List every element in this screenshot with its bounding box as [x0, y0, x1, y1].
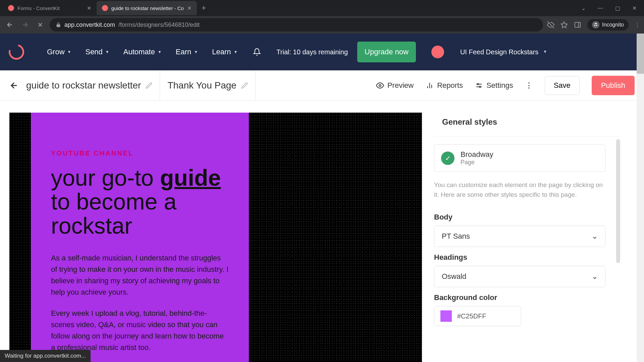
- canvas-content: YOUTUBE CHANNEL your go-to guide to beco…: [31, 113, 249, 362]
- panel-scrollbar[interactable]: [616, 139, 620, 263]
- headline-text[interactable]: your go-to guide to become a rockstar: [51, 166, 229, 238]
- chevron-down-icon: ▼: [194, 50, 198, 54]
- maximize-button[interactable]: ▢: [610, 2, 625, 14]
- address-bar: app.convertkit.com/forms/designers/56468…: [0, 16, 644, 34]
- page-name: Thank You Page: [167, 80, 248, 91]
- template-card[interactable]: ✓ Broadway Page: [434, 144, 605, 172]
- panel-title: General styles: [434, 113, 620, 136]
- kebab-menu-icon[interactable]: ⋮: [635, 22, 640, 28]
- chevron-down-icon: ▼: [105, 50, 109, 54]
- upgrade-button[interactable]: Upgrade now: [357, 42, 416, 62]
- bgcolor-input[interactable]: #C25DFF: [434, 306, 521, 326]
- more-menu-icon[interactable]: ⋮: [525, 81, 533, 90]
- chevron-down-icon: ⌄: [592, 272, 598, 281]
- favicon-icon: [102, 5, 108, 11]
- nav-automate[interactable]: Automate▼: [123, 48, 162, 56]
- chevron-down-icon: ⌄: [592, 232, 598, 241]
- toolbar-right: Incognito ⋮: [547, 19, 640, 31]
- edit-icon[interactable]: [241, 82, 248, 89]
- tab-forms[interactable]: Forms - ConvertKit ✕: [3, 1, 97, 15]
- close-window-button[interactable]: ✕: [628, 2, 641, 14]
- page-scrollbar[interactable]: [637, 34, 644, 362]
- svg-point-2: [594, 25, 595, 26]
- chart-icon: [426, 81, 434, 89]
- template-subtitle: Page: [461, 159, 493, 166]
- browser-chrome: Forms - ConvertKit ✕ guide to rockstar n…: [0, 0, 644, 34]
- tab-title: guide to rockstar newsletter - Co: [111, 5, 184, 11]
- headings-font-select[interactable]: Oswald ⌄: [434, 266, 605, 287]
- toolbar-actions: Preview Reports Settings ⋮ Save Publish: [376, 76, 635, 95]
- tab-bar: Forms - ConvertKit ✕ guide to rockstar n…: [0, 0, 644, 16]
- nav-earn[interactable]: Earn▼: [176, 48, 198, 56]
- svg-point-10: [477, 83, 479, 85]
- styles-sidebar: General styles ✓ Broadway Page You can c…: [434, 113, 620, 362]
- tab-title: Forms - ConvertKit: [17, 5, 84, 11]
- help-text: You can customize each element on the pa…: [434, 178, 614, 207]
- canvas-texture-left: [9, 113, 31, 362]
- favicon-icon: [8, 5, 14, 11]
- convertkit-logo[interactable]: [6, 42, 27, 63]
- design-canvas[interactable]: YOUTUBE CHANNEL your go-to guide to beco…: [9, 113, 422, 362]
- back-arrow-button[interactable]: [9, 81, 19, 90]
- trial-status: Trial: 10 days remaining: [276, 48, 348, 56]
- workspace: YOUTUBE CHANNEL your go-to guide to beco…: [0, 101, 644, 362]
- settings-button[interactable]: Settings: [475, 81, 513, 90]
- tab-designer[interactable]: guide to rockstar newsletter - Co ✕: [97, 1, 197, 15]
- eye-off-icon[interactable]: [547, 21, 554, 28]
- lock-icon: [56, 22, 61, 27]
- top-nav: Grow▼ Send▼ Automate▼ Earn▼ Learn▼ Trial…: [0, 34, 644, 70]
- url-input[interactable]: app.convertkit.com/forms/designers/56468…: [50, 18, 543, 32]
- color-swatch: [440, 310, 452, 322]
- edit-icon[interactable]: [146, 82, 152, 89]
- editor-toolbar: guide to rockstar newsletter Thank You P…: [0, 70, 644, 101]
- incognito-icon: [592, 21, 599, 28]
- back-button[interactable]: [4, 19, 15, 31]
- account-menu[interactable]: UI Feed Design Rockstars ▼: [460, 48, 547, 56]
- preview-button[interactable]: Preview: [376, 81, 414, 90]
- close-icon[interactable]: ✕: [87, 5, 91, 11]
- body-font-select[interactable]: PT Sans ⌄: [434, 226, 605, 247]
- chevron-down-icon[interactable]: ⌄: [577, 2, 590, 14]
- body-font-label: Body: [434, 213, 614, 222]
- status-bar: Waiting for app.convertkit.com...: [0, 350, 91, 362]
- eye-icon: [376, 81, 384, 89]
- close-icon[interactable]: ✕: [187, 5, 192, 11]
- reports-button[interactable]: Reports: [426, 81, 463, 90]
- svg-rect-0: [575, 22, 581, 27]
- incognito-label: Incognito: [602, 22, 624, 28]
- divider: [255, 70, 256, 101]
- chevron-down-icon: ▼: [158, 50, 162, 54]
- minimize-button[interactable]: ―: [593, 2, 608, 14]
- bgcolor-label: Background color: [434, 293, 614, 302]
- nav-grow[interactable]: Grow▼: [47, 48, 71, 56]
- headings-font-label: Headings: [434, 253, 614, 262]
- publish-button[interactable]: Publish: [592, 76, 635, 95]
- star-icon[interactable]: [560, 21, 568, 28]
- form-name: guide to rockstar newsletter: [26, 80, 152, 91]
- incognito-badge[interactable]: Incognito: [587, 19, 629, 31]
- app-content: Grow▼ Send▼ Automate▼ Earn▼ Learn▼ Trial…: [0, 34, 644, 362]
- stop-reload-button[interactable]: [35, 19, 46, 30]
- nav-send[interactable]: Send▼: [85, 48, 109, 56]
- bell-icon[interactable]: [253, 48, 261, 56]
- chevron-down-icon: ▼: [67, 50, 71, 54]
- nav-links: Grow▼ Send▼ Automate▼ Earn▼ Learn▼: [47, 48, 237, 56]
- svg-point-4: [379, 84, 381, 86]
- sliders-icon: [475, 81, 483, 89]
- nav-learn[interactable]: Learn▼: [212, 48, 237, 56]
- check-icon: ✓: [441, 152, 454, 165]
- svg-point-11: [479, 86, 481, 87]
- avatar[interactable]: [431, 46, 444, 58]
- eyebrow-text[interactable]: YOUTUBE CHANNEL: [51, 149, 229, 157]
- panel-icon[interactable]: [574, 21, 581, 28]
- template-name: Broadway: [461, 150, 493, 159]
- svg-point-3: [596, 25, 597, 26]
- body-copy[interactable]: As a self-made musician, I understand th…: [51, 252, 229, 353]
- forward-button[interactable]: [19, 19, 31, 31]
- url-path: /forms/designers/5646810/edit: [118, 21, 200, 28]
- canvas-texture-right: [249, 113, 422, 362]
- panel-body: ✓ Broadway Page You can customize each e…: [434, 136, 620, 351]
- save-button[interactable]: Save: [545, 76, 580, 95]
- url-host: app.convertkit.com: [64, 21, 115, 28]
- new-tab-button[interactable]: +: [197, 4, 211, 12]
